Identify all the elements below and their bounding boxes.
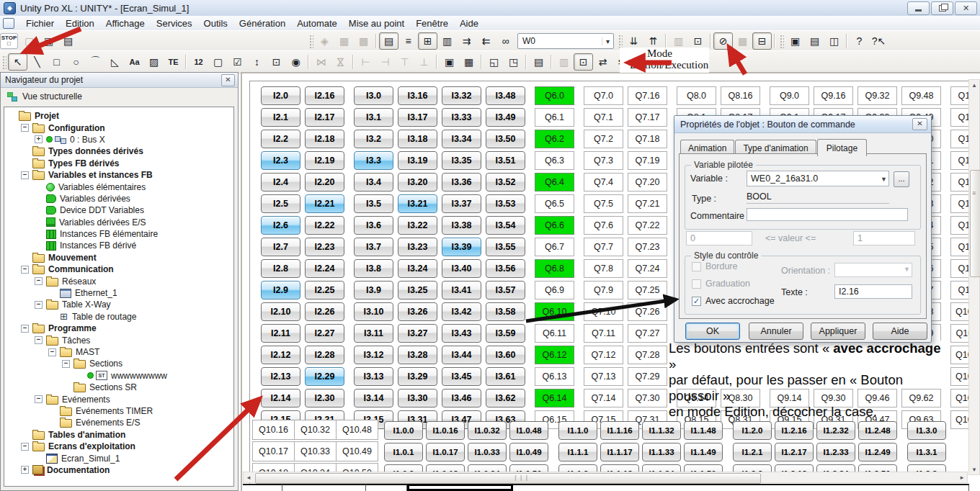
appliquer-button[interactable]: Appliquer (811, 323, 865, 340)
collapse-icon[interactable]: − (35, 336, 43, 344)
input-button-i2-19[interactable]: I2.19 (305, 151, 344, 170)
input-button-i3-8[interactable]: I3.8 (354, 259, 393, 278)
tree-item-communication[interactable]: −Communication (4, 263, 233, 275)
document-icon[interactable] (3, 18, 14, 29)
input-button-i3-5[interactable]: I3.5 (354, 194, 393, 213)
box-control-icon[interactable]: ▢ (208, 53, 228, 71)
toolbar-drag-handle[interactable] (1, 55, 6, 69)
mouse-mode-icon[interactable]: ⊡ (574, 53, 593, 71)
polygon-tool-icon[interactable]: ◺ (105, 53, 125, 71)
tree-item-ev-nements[interactable]: −Evénements (4, 393, 233, 405)
collapse-icon[interactable]: − (21, 124, 29, 132)
tree-item-variables-d-riv-es[interactable]: Variables dérivées (4, 193, 233, 204)
animation-table-icon[interactable]: ▦ (733, 32, 752, 50)
input-button-i3-55[interactable]: I3.55 (486, 238, 525, 256)
input-button-i1-0-48[interactable]: I1.0.48 (509, 421, 548, 440)
input-button-i3-50[interactable]: I3.50 (486, 130, 525, 148)
tree-item-0-bus-x[interactable]: +0 : Bus X (4, 134, 233, 145)
dialog-title-bar[interactable]: Propriétés de l'objet : Bouton de comman… (674, 116, 931, 133)
tree-item-documentation[interactable]: +Documentation (4, 464, 233, 476)
input-button-i2-17[interactable]: I2.17 (305, 108, 344, 127)
input-button-i3-7[interactable]: I3.7 (354, 238, 393, 256)
menu-edition[interactable]: Edition (60, 17, 100, 30)
scroll-up-icon[interactable]: ▴ (969, 80, 979, 90)
toolbar-drag-handle[interactable] (779, 34, 784, 48)
ungroup-icon[interactable]: ▦ (459, 53, 478, 71)
tree-item-projet[interactable]: Projet (4, 110, 233, 122)
input-button-i1-1-0[interactable]: I1.1.0 (558, 421, 597, 440)
minimize-button[interactable] (907, 1, 930, 15)
menu-affichage[interactable]: Affichage (100, 17, 151, 30)
collapse-icon[interactable]: − (62, 360, 70, 368)
properties-icon[interactable]: ▤ (529, 53, 548, 71)
input-button-i2-4[interactable]: I2.4 (261, 173, 300, 192)
collapse-icon[interactable]: − (21, 443, 29, 451)
tree-item-variables-et-instances-fb[interactable]: −Variables et instances FB (4, 169, 233, 181)
input-button-i2-25[interactable]: I2.25 (305, 281, 344, 299)
tree-item-mast[interactable]: −MAST (4, 346, 233, 358)
flip-horizontal-icon[interactable]: ⋈ (311, 53, 331, 71)
menu-fichier[interactable]: Fichier (20, 17, 60, 30)
menu-automate[interactable]: Automate (291, 17, 343, 30)
input-button-i3-60[interactable]: I3.60 (486, 346, 525, 364)
tree-item-variables-l-mentaires[interactable]: Variables élémentaires (4, 181, 233, 192)
tab-pilotage[interactable]: Pilotage (817, 139, 867, 156)
input-button-i3-45[interactable]: I3.45 (442, 367, 481, 386)
counter-control-icon[interactable]: 12 (189, 53, 208, 71)
input-button-i1-1-17[interactable]: I1.1.17 (600, 443, 639, 461)
menu-fen-tre[interactable]: Fenêtre (410, 17, 454, 30)
input-button-i1-1-16[interactable]: I1.1.16 (600, 421, 639, 440)
input-button-i3-0[interactable]: I3.0 (354, 86, 393, 105)
input-button-i3-17[interactable]: I3.17 (398, 108, 437, 127)
input-button-i2-12[interactable]: I2.12 (261, 346, 300, 364)
tree-item-instances-fb-d-riv[interactable]: Instances FB dérivé (4, 240, 233, 251)
tree-item-ecrans-d-exploitation[interactable]: −Ecrans d'exploitation (4, 441, 233, 452)
ok-button[interactable]: OK (685, 323, 740, 340)
comment-field[interactable] (747, 208, 908, 221)
checkbox-control-icon[interactable]: ☑ (228, 53, 247, 71)
pc-connected-icon[interactable]: ⊟ (752, 32, 772, 50)
tree-item-ev-nements-e-s[interactable]: Evénements E/S (4, 417, 233, 428)
combo-dropdown-icon[interactable]: ▼ (881, 176, 887, 183)
search-icon[interactable]: ∞ (496, 32, 515, 50)
tree-item-types-fb-d-riv-s[interactable]: Types FB dérivés (4, 158, 233, 169)
input-button-i2-3[interactable]: I2.3 (261, 151, 300, 170)
tree-item-ev-nements-timer[interactable]: Evénements TIMER (4, 405, 233, 417)
input-button-i3-59[interactable]: I3.59 (486, 324, 525, 343)
library-icon[interactable]: ▥ (437, 32, 457, 50)
tree-item-sections-sr[interactable]: Sections SR (4, 382, 233, 393)
save-icon[interactable]: ▣ (39, 32, 58, 50)
input-button-i3-37[interactable]: I3.37 (442, 194, 481, 213)
input-button-i3-19[interactable]: I3.19 (398, 151, 437, 170)
input-button-i2-30[interactable]: I2.30 (305, 389, 344, 407)
input-button-i3-32[interactable]: I3.32 (442, 86, 481, 105)
avec-accrochage-checkbox[interactable]: ✓ (692, 297, 701, 306)
input-button-i3-52[interactable]: I3.52 (486, 173, 525, 192)
input-button-i3-1[interactable]: I3.1 (354, 108, 393, 127)
tree-item-ethernet-1[interactable]: Ethernet_1 (4, 287, 233, 299)
input-button-i2-10[interactable]: I2.10 (261, 302, 300, 321)
toolbar-drag-handle[interactable] (618, 34, 623, 48)
input-button-i1-2-48[interactable]: I1.2.48 (858, 421, 897, 440)
tree-item-table-de-routage[interactable]: ⊞Table de routage (4, 311, 233, 323)
expand-icon[interactable]: + (21, 466, 29, 474)
animation-toggle-icon[interactable]: ⊘ (713, 32, 733, 50)
input-button-i3-41[interactable]: I3.41 (442, 281, 481, 299)
variable-combobox[interactable]: W0▾ (517, 33, 614, 49)
collapse-icon[interactable]: − (21, 171, 29, 179)
input-button-i1-2-32[interactable]: I1.2.32 (816, 421, 855, 440)
input-button-i3-27[interactable]: I3.27 (398, 324, 437, 343)
collapse-icon[interactable]: − (21, 325, 29, 333)
input-button-i3-53[interactable]: I3.53 (486, 194, 525, 213)
menu-mise-au-point[interactable]: Mise au point (343, 17, 410, 30)
collapse-icon[interactable]: − (35, 395, 43, 403)
input-button-i3-18[interactable]: I3.18 (398, 130, 437, 148)
grid-editor-icon[interactable]: ⊞ (418, 32, 437, 50)
open-icon[interactable]: ▢ (19, 32, 39, 50)
input-button-i2-13[interactable]: I2.13 (261, 367, 300, 386)
tree-item-configuration[interactable]: −Configuration (4, 122, 233, 133)
collapse-icon[interactable]: − (21, 266, 29, 274)
tree-item-device-ddt-variables[interactable]: Device DDT Variables (4, 204, 233, 216)
input-button-i2-6[interactable]: I2.6 (261, 216, 300, 235)
input-button-i2-21[interactable]: I2.21 (305, 194, 344, 213)
